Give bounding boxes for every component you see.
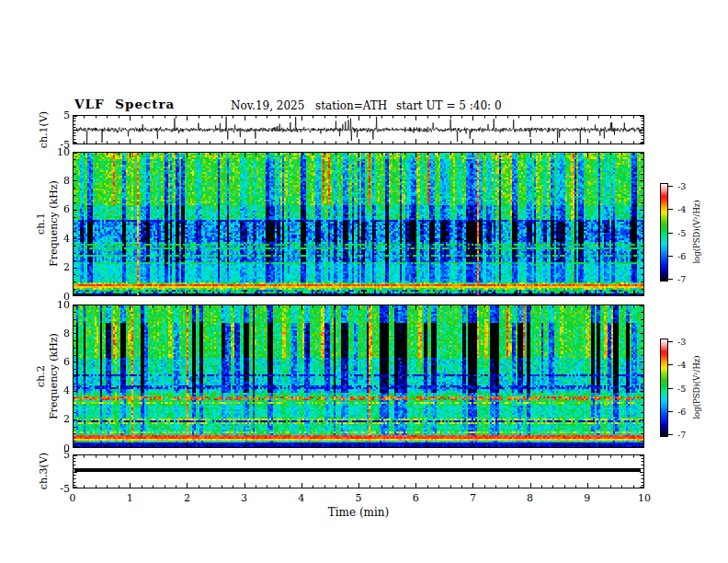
ch1-colorbar-label: log(PSD)(V²/Hz): [692, 200, 701, 263]
y-tick-label: 4: [40, 385, 70, 396]
colorbar-tick-label: -4: [677, 359, 686, 371]
y-tick-label: 5: [40, 109, 70, 121]
colorbar-tick-label: -4: [677, 203, 686, 215]
x-tick-label: 5: [347, 492, 370, 504]
x-tick-label: 7: [461, 492, 483, 504]
colorbar-tick-label: -3: [677, 336, 686, 348]
y-tick-label: 6: [40, 356, 70, 368]
x-tick-label: 10: [633, 492, 655, 504]
y-tick-label: 2: [40, 261, 70, 273]
colorbar-tick-label: -6: [677, 406, 686, 418]
ch3-waveform-panel: [73, 454, 644, 488]
ch1-colorbar: [660, 183, 677, 282]
y-tick-label: 8: [40, 175, 70, 187]
x-tick-label: 1: [119, 492, 141, 504]
figure-start-ut: start UT = 5 :40: 0: [396, 99, 502, 112]
colorbar-tick-label: -3: [677, 180, 686, 192]
figure-date: Nov.19, 2025: [231, 99, 304, 112]
x-tick-label: 0: [62, 492, 84, 504]
ch1-waveform-panel: [73, 115, 644, 144]
figure-title: VLF Spectra: [74, 97, 175, 111]
figure-station: station=ATH: [315, 99, 387, 112]
x-tick-label: 2: [176, 492, 198, 504]
colorbar-tick-label: -5: [677, 383, 686, 395]
y-tick-label: 10: [40, 146, 70, 158]
y-tick-label: 2: [40, 413, 70, 425]
ch1-frequency-axis-label: Frequency (kHz): [48, 180, 60, 267]
x-tick-label: 3: [233, 492, 256, 504]
y-tick-label: 4: [40, 233, 70, 245]
x-tick-label: 8: [519, 492, 541, 504]
time-axis-label: Time (min): [313, 506, 404, 519]
y-tick-label: 0: [40, 442, 70, 454]
x-tick-label: 9: [576, 492, 598, 504]
x-tick-label: 4: [290, 492, 313, 504]
ch2-spectrogram-panel: [73, 304, 644, 448]
y-tick-label: 10: [40, 299, 70, 311]
vlf-spectra-figure: VLF Spectra Nov.19, 2025 station=ATH sta…: [0, 0, 728, 563]
ch1-spectrogram-panel: [73, 152, 644, 296]
colorbar-tick-label: -6: [677, 250, 686, 262]
x-tick-label: 6: [404, 492, 427, 504]
colorbar-tick-label: -5: [677, 227, 686, 239]
colorbar-tick-label: -7: [677, 429, 686, 441]
colorbar-tick-label: -7: [677, 273, 686, 285]
ch2-colorbar: [660, 339, 677, 437]
ch2-frequency-axis-label: Frequency (kHz): [48, 333, 60, 419]
y-tick-label: 8: [40, 327, 70, 339]
y-tick-label: 6: [40, 203, 70, 215]
ch1-spectrogram-channel-label: ch.1: [35, 213, 47, 235]
ch2-colorbar-label: log(PSD)(V²/Hz): [692, 355, 701, 419]
